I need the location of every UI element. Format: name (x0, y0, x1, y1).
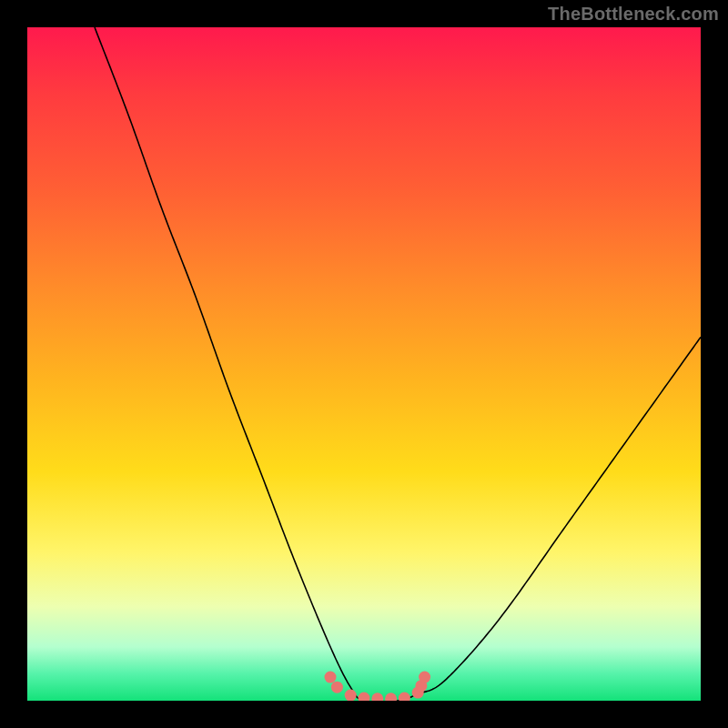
highlight-point (345, 690, 357, 701)
highlight-point (331, 682, 343, 693)
chart-svg (27, 27, 701, 701)
highlight-point (419, 672, 430, 683)
highlight-point (325, 672, 337, 683)
attribution-text: TheBottleneck.com (548, 4, 719, 25)
highlight-point (385, 693, 397, 701)
highlight-point (371, 693, 383, 701)
highlight-markers (325, 672, 431, 701)
highlight-point (359, 693, 370, 701)
chart-frame: TheBottleneck.com (0, 0, 728, 728)
bottleneck-curve (95, 27, 701, 701)
plot-area (27, 27, 701, 701)
highlight-point (399, 693, 410, 701)
